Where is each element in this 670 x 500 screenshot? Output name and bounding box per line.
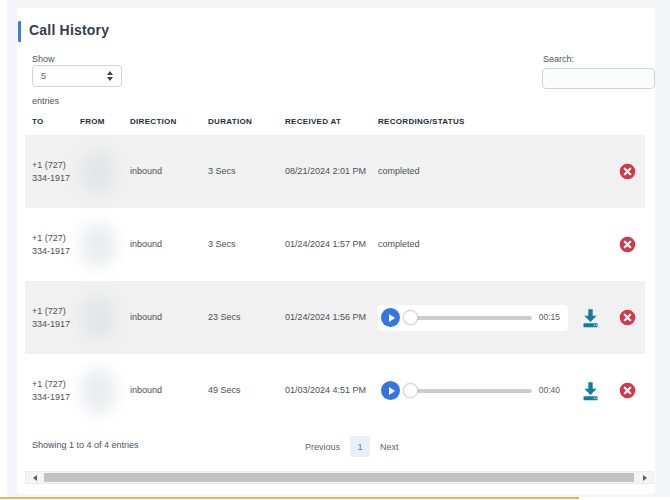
table-row: +1 (727) 334-1917 inbound 49 Secs 01/03/… [25,354,645,427]
recording-duration: 00:40 [539,384,560,397]
redacted-blur [80,222,116,268]
received-cell: 08/21/2024 2:01 PM [278,165,371,178]
duration-cell: 49 Secs [201,384,278,397]
search-input[interactable] [542,68,655,89]
received-cell: 01/24/2024 1:57 PM [278,238,371,251]
redacted-blur [80,149,116,195]
download-icon [580,380,601,401]
pagination: Previous 1 Next [305,436,399,457]
duration-cell: 23 Secs [201,311,278,324]
column-header-duration[interactable]: DURATION [201,117,278,126]
download-recording-button[interactable] [580,380,601,401]
pagination-current-page[interactable]: 1 [350,436,370,457]
direction-cell: inbound [123,165,201,178]
recording-duration: 00:15 [539,311,560,324]
status-text: completed [378,238,420,251]
title-accent-bar [18,21,21,42]
delete-call-button[interactable] [619,382,636,399]
search-label: Search: [543,54,574,64]
select-arrows-icon [107,71,113,81]
delete-icon [619,163,636,180]
play-button[interactable] [381,381,400,400]
entries-select[interactable]: 5 [32,65,122,87]
horizontal-scrollbar[interactable] [25,471,654,484]
seek-track[interactable] [414,389,532,393]
delete-icon [619,382,636,399]
audio-player: 00:15 [378,305,568,331]
play-button[interactable] [381,308,400,327]
play-icon [389,314,395,322]
call-history-table: TO FROM DIRECTION DURATION RECEIVED AT R… [25,108,645,427]
recording-cell: 00:15 [371,305,610,331]
seek-track[interactable] [414,316,532,320]
delete-icon [619,309,636,326]
to-cell: +1 (727) 334-1917 [25,378,73,404]
from-cell [73,368,123,414]
from-cell [73,149,123,195]
delete-call-button[interactable] [619,163,636,180]
scroll-left-button[interactable] [26,472,43,483]
duration-cell: 3 Secs [201,238,278,251]
column-header-recording[interactable]: RECORDING/STATUS [371,117,610,126]
page-title: Call History [29,22,109,38]
status-text: completed [378,165,420,178]
call-history-card: Call History Show 5 entries Search: TO F… [17,8,655,494]
download-icon [580,307,601,328]
pagination-previous[interactable]: Previous [305,442,340,452]
table-row: +1 (727) 334-1917 inbound 3 Secs 01/24/2… [25,208,645,281]
recording-cell: 00:40 [371,378,610,404]
audio-player: 00:40 [378,378,568,404]
status-cell: completed [371,165,610,178]
show-label: Show [32,54,55,64]
pagination-next[interactable]: Next [380,442,399,452]
to-cell: +1 (727) 334-1917 [25,159,73,185]
scroll-right-icon [643,475,647,481]
download-recording-button[interactable] [580,307,601,328]
delete-icon [619,236,636,253]
redacted-blur [80,368,116,414]
from-cell [73,295,123,341]
table-header-row: TO FROM DIRECTION DURATION RECEIVED AT R… [25,108,645,135]
received-cell: 01/03/2024 4:51 PM [278,384,371,397]
scrollbar-track[interactable] [43,472,636,483]
delete-call-button[interactable] [619,309,636,326]
seek-thumb[interactable] [403,383,418,398]
table-row: +1 (727) 334-1917 inbound 3 Secs 08/21/2… [25,135,645,208]
to-cell: +1 (727) 334-1917 [25,232,73,258]
entries-select-value: 5 [41,71,46,81]
duration-cell: 3 Secs [201,165,278,178]
play-icon [389,387,395,395]
direction-cell: inbound [123,384,201,397]
table-row: +1 (727) 334-1917 inbound 23 Secs 01/24/… [25,281,645,354]
table-summary: Showing 1 to 4 of 4 entries [32,440,139,450]
entries-label: entries [32,96,59,106]
received-cell: 01/24/2024 1:56 PM [278,311,371,324]
seek-thumb[interactable] [403,310,418,325]
status-cell: completed [371,238,610,251]
redacted-blur [80,295,116,341]
column-header-direction[interactable]: DIRECTION [123,117,201,126]
scroll-right-button[interactable] [636,472,653,483]
direction-cell: inbound [123,238,201,251]
scrollbar-thumb[interactable] [44,473,634,482]
bottom-border-line [0,497,579,499]
direction-cell: inbound [123,311,201,324]
scroll-left-icon [33,475,37,481]
from-cell [73,222,123,268]
column-header-received[interactable]: RECEIVED AT [278,117,371,126]
delete-call-button[interactable] [619,236,636,253]
column-header-from[interactable]: FROM [73,117,123,126]
column-header-to[interactable]: TO [25,117,73,126]
to-cell: +1 (727) 334-1917 [25,305,73,331]
